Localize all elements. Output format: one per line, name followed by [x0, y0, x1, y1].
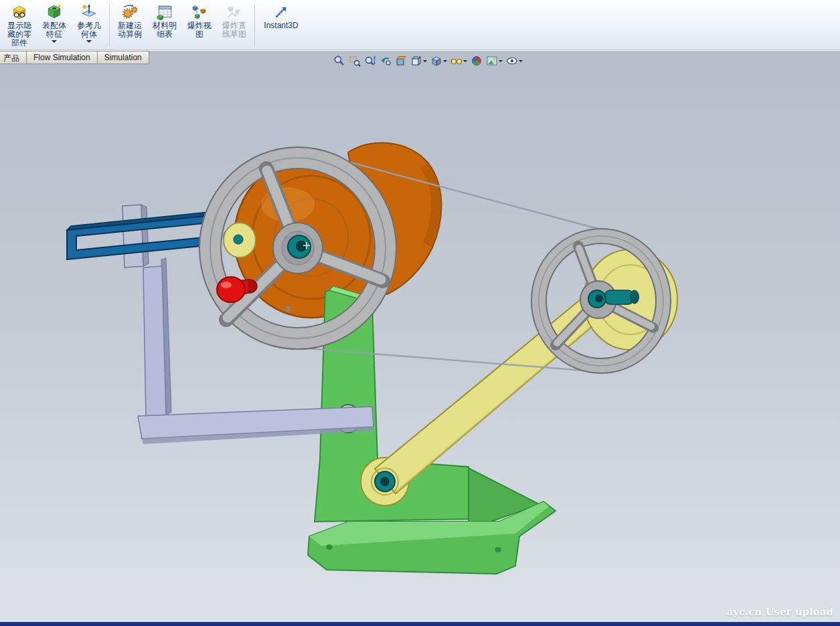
toolbar-separator [254, 5, 255, 46]
new-motion-study-button[interactable]: 新建运动算例 [113, 1, 147, 41]
bill-of-materials-icon [156, 3, 173, 21]
zoom-in-out-button[interactable] [363, 54, 377, 68]
view-settings-icon [506, 55, 518, 67]
explode-line-sketch-button[interactable]: 爆炸直线草图 [218, 1, 251, 41]
hide-show-items-button[interactable] [450, 54, 468, 68]
document-tab-bar: 产品 Flow Simulation Simulation [0, 51, 149, 64]
assembly-features-label: 装配体特征 [39, 21, 70, 39]
heads-up-view-toolbar [333, 54, 523, 68]
zoom-in-out-icon [364, 55, 376, 67]
section-view-icon [395, 55, 407, 67]
display-style-icon [430, 55, 442, 67]
dropdown-arrow-icon[interactable] [463, 60, 467, 62]
view-orientation-icon [410, 55, 422, 67]
view-settings-button[interactable] [505, 54, 523, 68]
gray-post[interactable] [122, 205, 149, 268]
base-hole [326, 544, 333, 550]
instant3d-button[interactable]: Instant3D [258, 1, 304, 32]
explode-line-sketch-label: 爆炸直线草图 [219, 21, 250, 39]
bill-of-materials-label: 材料明细表 [149, 21, 180, 39]
3d-viewport-scene[interactable] [0, 51, 840, 626]
watermark-text: ayc.cn User upload [726, 606, 833, 618]
dropdown-arrow-icon[interactable] [443, 60, 447, 62]
show-hidden-components-button[interactable]: 显示隐藏的零部件 [3, 1, 36, 49]
tab-flow-simulation[interactable]: Flow Simulation [26, 51, 98, 64]
previous-view-button[interactable] [379, 54, 392, 68]
assembly-features-button[interactable]: 装配体特征 [37, 1, 71, 45]
zoom-area-button[interactable] [348, 54, 361, 68]
edit-appearance-button[interactable] [470, 54, 483, 68]
reference-geometry-label: 参考几何体 [74, 21, 104, 39]
explode-line-sketch-icon [226, 3, 243, 21]
zoom-fit-button[interactable] [333, 54, 346, 68]
section-view-button[interactable] [394, 54, 408, 68]
dropdown-arrow-icon[interactable] [86, 40, 92, 43]
instant3d-icon [272, 3, 290, 21]
apply-scene-button[interactable] [485, 54, 503, 68]
toolbar-separator [109, 5, 110, 46]
show-hidden-components-icon [11, 3, 28, 21]
edit-appearance-icon [471, 55, 483, 67]
right-pulley[interactable] [531, 229, 677, 373]
bottom-window-edge [0, 622, 840, 626]
graphics-viewport[interactable]: 产品 Flow Simulation Simulation [0, 51, 840, 626]
assembly-features-icon [46, 3, 63, 21]
exploded-view-label: 爆炸视图 [184, 21, 215, 39]
bill-of-materials-button[interactable]: 材料明细表 [148, 1, 181, 41]
tab-simulation[interactable]: Simulation [97, 51, 149, 64]
exploded-view-button[interactable]: 爆炸视图 [183, 1, 216, 41]
command-toolbar: 显示隐藏的零部件 装配体特征 参考几何体 [0, 0, 840, 50]
view-orientation-button[interactable] [410, 54, 428, 68]
exploded-view-icon [191, 3, 208, 21]
dropdown-arrow-icon[interactable] [423, 60, 427, 62]
base-hole [495, 547, 501, 552]
instant3d-label: Instant3D [264, 21, 298, 30]
tab-product[interactable]: 产品 [0, 51, 27, 64]
hide-show-items-icon [450, 55, 463, 67]
zoom-fit-icon [333, 55, 345, 67]
apply-scene-icon [486, 55, 498, 67]
new-motion-study-label: 新建运动算例 [114, 21, 145, 39]
reference-geometry-button[interactable]: 参考几何体 [72, 1, 106, 45]
dropdown-arrow-icon[interactable] [52, 40, 57, 43]
motor-shaft-pulley[interactable] [224, 223, 256, 257]
dropdown-arrow-icon[interactable] [499, 60, 503, 62]
right-shaft [604, 290, 634, 304]
dropdown-arrow-icon[interactable] [519, 60, 523, 62]
previous-view-icon [380, 55, 392, 67]
display-style-button[interactable] [430, 54, 448, 68]
show-hidden-components-label: 显示隐藏的零部件 [4, 21, 35, 47]
reference-geometry-icon [80, 3, 98, 21]
zoom-area-icon [349, 55, 361, 67]
new-motion-study-icon [121, 3, 139, 21]
